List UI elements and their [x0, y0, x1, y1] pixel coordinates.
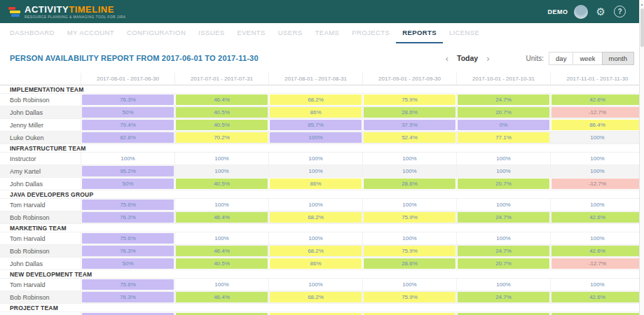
availability-cell: 75.6%: [81, 232, 174, 244]
availability-value: 0%: [500, 122, 508, 128]
page-title: PERSON AVAILABILITY REPORT FROM 2017-06-…: [10, 54, 259, 62]
user-avatar[interactable]: [574, 5, 588, 19]
app-logo-icon: [8, 6, 20, 18]
table-row: Jenny Miller79.4%40.5%85.7%37.5%0%86.4%: [0, 119, 644, 132]
availability-value: 100%: [308, 155, 322, 162]
availability-value: 46.4%: [214, 97, 230, 103]
nav-item-issues[interactable]: ISSUES: [192, 23, 231, 43]
availability-cell: 50%: [81, 106, 174, 118]
units-switcher: dayweekmonth: [549, 51, 634, 65]
app-title: ACTIVITYTIMELINE: [25, 5, 125, 14]
nav-item-dashboard[interactable]: DASHBOARD: [4, 23, 61, 43]
unit-button-week[interactable]: week: [573, 52, 602, 65]
nav-item-license[interactable]: LICENSE: [443, 23, 486, 43]
person-column-header: [0, 73, 81, 85]
user-name-label: DEMO: [548, 8, 568, 15]
nav-item-users[interactable]: USERS: [272, 23, 309, 43]
availability-cell: -12.7%: [550, 258, 644, 270]
availability-value: -12.7%: [589, 260, 606, 267]
availability-cell: 20.7%: [456, 106, 550, 118]
availability-cell: 100%: [550, 279, 644, 290]
table-row: Tom Harvald75.6%100%100%100%100%100%: [0, 279, 644, 291]
today-button[interactable]: Today: [453, 54, 482, 62]
availability-value: 100%: [308, 202, 322, 208]
availability-value: 100%: [214, 202, 228, 208]
availability-cell: 40.5%: [174, 178, 268, 190]
availability-value: 77.1%: [495, 134, 512, 141]
table-row: Tom Harvald75.6%100%100%100%100%100%: [0, 232, 644, 245]
availability-value: 42.6%: [589, 294, 605, 300]
availability-cell: 46.4%: [174, 94, 268, 106]
table-row: Bob Robinson76.3%46.4%68.2%75.9%24.7%42.…: [0, 245, 644, 258]
availability-value: 100%: [590, 134, 604, 141]
availability-cell: 86%: [268, 178, 362, 190]
availability-value: 100%: [402, 202, 416, 208]
availability-cell: [456, 312, 550, 315]
availability-cell: 85.7%: [268, 119, 362, 131]
availability-cell: 42.6%: [550, 94, 644, 106]
table-row: John Dallas50%40.5%86%28.6%20.7%-12.7%: [0, 178, 644, 190]
person-name: Tom Harvald: [0, 232, 81, 244]
availability-value: 100%: [590, 281, 604, 288]
availability-value: 75.9%: [402, 214, 418, 220]
availability-value: 68.2%: [308, 214, 324, 220]
units-label: Units:: [526, 55, 544, 62]
availability-cell: 86.4%: [550, 119, 644, 131]
app-logo[interactable]: ACTIVITYTIMELINE RESOURCE PLANNING & MAN…: [8, 5, 125, 19]
availability-cell: 75.9%: [362, 245, 456, 257]
availability-value: 79.4%: [120, 122, 136, 128]
availability-value: 100%: [496, 281, 510, 288]
availability-cell: 100%: [268, 153, 362, 164]
availability-value: 86.4%: [589, 122, 605, 128]
availability-cell: 100%: [456, 199, 550, 211]
scroll-up-icon[interactable]: ▲: [640, 0, 644, 6]
availability-cell: 46.4%: [174, 245, 268, 257]
availability-value: 24.7%: [495, 214, 512, 220]
unit-button-month[interactable]: month: [602, 52, 634, 65]
availability-value: 75.9%: [402, 248, 418, 254]
unit-button-day[interactable]: day: [549, 52, 573, 65]
availability-cell: 24.7%: [456, 211, 550, 223]
availability-cell: 100%: [268, 199, 362, 211]
person-name: [0, 312, 81, 315]
availability-value: 70.2%: [214, 134, 230, 141]
availability-cell: 75.9%: [362, 211, 456, 223]
availability-value: 24.7%: [495, 97, 512, 103]
vertical-scrollbar[interactable]: ▲: [639, 0, 644, 315]
availability-value: 100%: [214, 155, 228, 162]
person-name: Tom Harvald: [0, 199, 81, 211]
settings-gear-icon[interactable]: ⚙: [596, 6, 605, 17]
availability-cell: 86%: [268, 106, 362, 118]
nav-item-my-account[interactable]: MY ACCOUNT: [61, 23, 121, 43]
availability-value: 68.2%: [308, 248, 324, 254]
table-header: 2017-06-01 - 2017-06-302017-07-01 - 2017…: [0, 73, 644, 85]
column-header-period: 2017-09-01 - 2017-09-30: [362, 73, 456, 85]
availability-cell: 28.6%: [362, 106, 456, 118]
availability-value: 40.5%: [214, 122, 230, 128]
availability-cell: 20.7%: [456, 258, 550, 270]
availability-cell: 100%: [268, 232, 362, 244]
nav-item-teams[interactable]: TEAMS: [309, 23, 346, 43]
availability-cell: 24.7%: [456, 291, 550, 303]
nav-item-projects[interactable]: PROJECTS: [345, 23, 396, 43]
nav-item-events[interactable]: EVENTS: [231, 23, 271, 43]
next-period-icon[interactable]: ›: [482, 54, 493, 63]
availability-value: 100%: [496, 202, 510, 208]
availability-cell: 28.6%: [362, 178, 456, 190]
column-header-period: 2017-06-01 - 2017-06-30: [81, 73, 174, 85]
availability-value: 52.4%: [402, 134, 418, 141]
report-table: IMPLEMENTATION TEAMBob Robinson76.3%46.4…: [0, 85, 644, 315]
availability-cell: 100%: [174, 165, 268, 177]
availability-cell: 40.5%: [174, 119, 268, 131]
help-icon[interactable]: ?: [614, 6, 626, 18]
prev-period-icon[interactable]: ‹: [441, 54, 453, 63]
nav-item-reports[interactable]: REPORTS: [396, 23, 443, 43]
availability-cell: 100%: [456, 153, 550, 164]
availability-cell: 75.9%: [362, 291, 456, 303]
availability-value: 20.7%: [495, 181, 512, 187]
scrollbar-thumb[interactable]: [640, 8, 644, 47]
person-name: John Dallas: [0, 178, 81, 190]
availability-value: 100%: [308, 134, 322, 141]
table-row: Bob Robinson76.3%46.4%68.2%75.9%24.7%42.…: [0, 291, 644, 304]
nav-item-configuration[interactable]: CONFIGURATION: [121, 23, 192, 43]
